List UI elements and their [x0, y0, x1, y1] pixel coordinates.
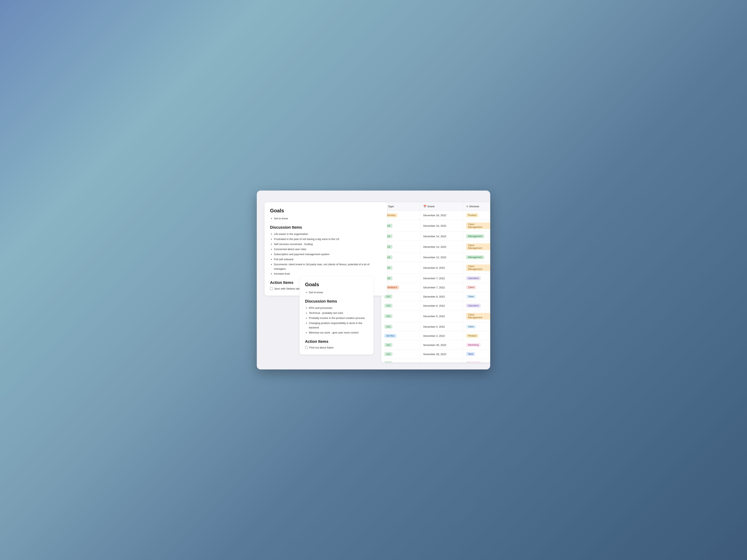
table-row[interactable]: 1o1 December 16, 2022 Client Management — [381, 220, 490, 232]
list-item: Self services concerned - Scaling — [274, 242, 382, 246]
cell-division: Client Management — [463, 220, 490, 232]
list-item: Life easier in the organisation — [274, 232, 382, 236]
cell-division: Sales — [463, 322, 490, 331]
division-tag: Management — [466, 255, 484, 259]
cell-event: December 14, 2022 — [420, 241, 463, 252]
cell-type: Feedback — [381, 283, 420, 292]
type-tag: 1o1 — [384, 314, 392, 318]
cell-division: Tech — [463, 350, 490, 358]
cell-type: Ad Hoc — [381, 331, 420, 340]
card2-goals-list: Get to know — [305, 290, 368, 295]
table-row[interactable]: 1o1 December 14, 2022 Management — [381, 232, 490, 241]
table-row[interactable]: 1o1 December 7, 2022 Operation — [381, 274, 490, 283]
action-text: Sync with Stefano abo... — [274, 287, 303, 290]
list-item: Documents: client invest in 3rd party ma… — [274, 262, 382, 271]
cell-division: Product — [463, 331, 490, 340]
list-item: Probably involve in the product creation… — [309, 316, 368, 320]
checkbox[interactable] — [305, 346, 308, 349]
division-tag: Client — [466, 286, 476, 289]
col-header-type: ⏱ Type — [381, 202, 420, 211]
table-row[interactable]: 1o1 December 6, 2022 Sales — [381, 292, 490, 301]
list-item: KPIs and processes — [309, 306, 368, 310]
cell-event: December 6, 2022 — [420, 292, 463, 301]
cell-type: 1o1 — [381, 310, 420, 322]
cell-event: December 2, 2022 — [420, 331, 463, 340]
cell-type: Standup — [381, 211, 420, 220]
card2-discussion-list: KPIs and processesTechnical - probably r… — [305, 306, 368, 335]
cell-event: December 12, 2022 — [420, 253, 463, 262]
cell-division: Sales — [463, 292, 490, 301]
division-tag: Client Management — [466, 313, 490, 319]
cell-event: December 7, 2022 — [420, 274, 463, 283]
table-row[interactable]: 1o1 December 8, 2022 Client Management — [381, 262, 490, 274]
cell-division: Operation — [463, 301, 490, 310]
cell-type: 1o1 — [381, 359, 420, 363]
cell-division: Marketing — [463, 341, 490, 349]
cell-type: 1o1 — [381, 350, 420, 358]
cell-type: 1o1 — [381, 341, 420, 349]
col-header-division: ⊙ Division — [463, 202, 490, 211]
cell-division: Client Management — [463, 310, 490, 322]
type-tag: Ad Hoc — [384, 334, 396, 338]
cell-event: December 16, 2022 — [420, 220, 463, 232]
division-tag: Marketing — [466, 361, 481, 363]
type-tag: 1o1 — [384, 304, 392, 308]
cell-division: Management — [463, 232, 490, 241]
division-tag: Sales — [466, 295, 476, 298]
table-row[interactable]: 1o1 December 5, 2022 Sales — [381, 322, 490, 331]
table-panel: ⏱ Type 📅 Event ⊙ Division Standup Decemb… — [381, 202, 490, 363]
division-tag: Tech — [466, 352, 475, 356]
card2-action-items: Find out about Adam — [305, 346, 368, 349]
cell-division: Management — [463, 253, 490, 262]
table-row[interactable]: 1o1 December 14, 2022 Client Management — [381, 241, 490, 253]
checkbox[interactable] — [270, 287, 273, 290]
table-row[interactable]: Ad Hoc December 2, 2022 Product — [381, 331, 490, 341]
cell-event: December 5, 2022 — [420, 310, 463, 322]
list-item: Full self onboard — [274, 257, 382, 262]
col-type-label: Type — [388, 205, 394, 208]
table-row[interactable]: 1o1 December 5, 2022 Client Management — [381, 310, 490, 322]
list-item: Increase trust — [274, 272, 382, 276]
division-tag: Marketing — [466, 343, 481, 347]
list-item: Get to know — [274, 216, 382, 221]
list-item: Technical - probably red color — [309, 311, 368, 315]
list-item: Minimize our work - give user more contr… — [309, 330, 368, 335]
card2-discussion-title: Discussion Items — [305, 299, 368, 303]
cell-event: December 6, 2022 — [420, 301, 463, 310]
cell-event: December 14, 2022 — [420, 232, 463, 241]
col-division-label: Division — [469, 205, 479, 208]
table-header: ⏱ Type 📅 Event ⊙ Division — [381, 202, 490, 211]
division-tag: Product — [466, 334, 478, 338]
cell-event: December 8, 2022 — [420, 262, 463, 273]
card1-goals-list: Get to know — [270, 216, 382, 221]
type-tag: 1o1 — [384, 325, 392, 329]
list-item: Subscription and payment management syst… — [274, 252, 382, 257]
table-row[interactable]: 1o1 December 12, 2022 Management — [381, 253, 490, 262]
col-header-event: 📅 Event — [420, 202, 463, 211]
cell-type: 1o1 — [381, 301, 420, 310]
event-icon: 📅 — [423, 205, 427, 208]
table-row[interactable]: 1o1 November 23, 2022 Marketing — [381, 359, 490, 363]
cell-division: Product — [463, 211, 490, 220]
division-tag: Client Management — [466, 264, 490, 271]
card-2: Goals Get to know Discussion Items KPIs … — [300, 276, 374, 354]
type-tag: 1o1 — [384, 361, 392, 363]
cell-type: 1o1 — [381, 274, 420, 283]
table-row[interactable]: Standup December 28, 2022 Product — [381, 211, 490, 220]
cell-division: Client Management — [463, 262, 490, 273]
cell-division: Client — [463, 283, 490, 292]
table-row[interactable]: 1o1 December 6, 2022 Operation — [381, 301, 490, 310]
cell-event: December 28, 2022 — [420, 211, 463, 220]
cell-type: 1o1 — [381, 220, 420, 232]
cell-division: Operation — [463, 274, 490, 283]
table-row[interactable]: 1o1 November 28, 2022 Tech — [381, 350, 490, 359]
division-tag: Client Management — [466, 243, 490, 250]
cell-event: December 7, 2022 — [420, 283, 463, 292]
table-row[interactable]: Feedback December 7, 2022 Client — [381, 283, 490, 292]
action-item: Find out about Adam — [305, 346, 368, 349]
division-tag: Sales — [466, 325, 476, 329]
table-row[interactable]: 1o1 November 30, 2022 Marketing — [381, 341, 490, 350]
card2-goals-title: Goals — [305, 282, 368, 288]
list-item: Changing position responsibility is done… — [309, 321, 368, 330]
action-text: Find out about Adam — [309, 346, 334, 349]
